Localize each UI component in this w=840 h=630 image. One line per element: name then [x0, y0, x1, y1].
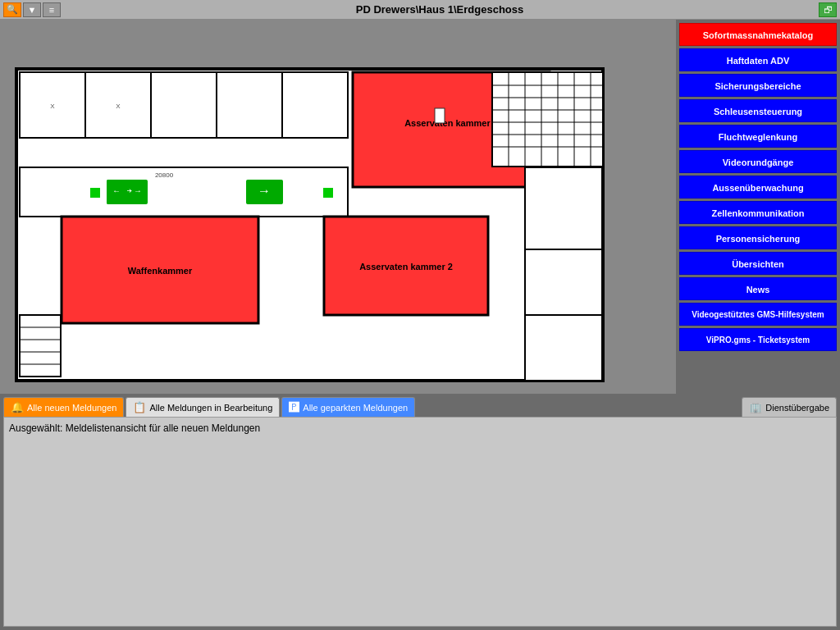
content-panel: Ausgewählt: Meldelistenansicht für alle … [3, 417, 837, 627]
fluchtweglenkung-button[interactable]: Fluchtweglenkung [679, 125, 837, 148]
tab-alle-neuen-meldungen[interactable]: 🔔 Alle neuen Meldungen [3, 397, 124, 417]
tabs-bar: 🔔 Alle neuen Meldungen 📋 Alle Meldungen … [0, 394, 840, 417]
floorplan-svg: Asservaten kammer 1 → ← → → Waffenkammer… [0, 20, 615, 394]
svg-rect-25 [525, 249, 602, 315]
tab-label-dienstuebergabe: Dienstübergabe [765, 403, 829, 413]
svg-rect-9 [435, 108, 445, 123]
svg-text:→: → [134, 186, 142, 195]
personensicherung-button[interactable]: Personensicherung [679, 226, 837, 249]
svg-text:X: X [116, 103, 121, 110]
svg-text:20800: 20800 [155, 171, 174, 179]
svg-rect-26 [525, 315, 602, 381]
svg-text:Asservaten kammer 1: Asservaten kammer 1 [404, 118, 498, 128]
svg-rect-4 [151, 72, 217, 138]
tab-label-alle-neuen: Alle neuen Meldungen [27, 403, 116, 413]
schleusensteuerung-button[interactable]: Schleusensteuerung [679, 99, 837, 122]
tab-label-geparkt: Alle geparkten Meldungen [303, 403, 408, 413]
main-content: Asservaten kammer 1 → ← → → Waffenkammer… [0, 20, 840, 394]
svg-rect-6 [282, 72, 348, 138]
svg-rect-45 [20, 315, 61, 377]
svg-rect-19 [323, 188, 333, 198]
floorplan-area[interactable]: Asservaten kammer 1 → ← → → Waffenkammer… [0, 20, 676, 394]
svg-text:Asservaten kammer 2: Asservaten kammer 2 [359, 262, 453, 272]
tab-dienstuebergabe[interactable]: 🏢 Dienstübergabe [742, 397, 837, 417]
tab-icon-p: 🅿 [289, 401, 299, 413]
menu-button[interactable]: ≡ [43, 2, 61, 17]
vipro-gms-button[interactable]: ViPRO.gms - Ticketsystem [679, 328, 837, 351]
aussenueberwachung-button[interactable]: Aussenüberwachung [679, 176, 837, 199]
svg-rect-18 [90, 188, 100, 198]
tab-geparkten-meldungen[interactable]: 🅿 Alle geparkten Meldungen [281, 397, 415, 417]
svg-rect-10 [20, 167, 348, 217]
tab-icon-orange: 🔔 [11, 401, 24, 413]
svg-text:X: X [50, 103, 55, 110]
svg-text:←: ← [112, 186, 121, 195]
title-bar: 🔍 ▼ ≡ PD Drewers\Haus 1\Erdgeschoss 🗗 [0, 0, 840, 20]
filter-button[interactable]: ▼ [23, 2, 41, 17]
tab-meldungen-bearbeitung[interactable]: 📋 Alle Meldungen in Bearbeitung [126, 397, 280, 417]
videorundgaenge-button[interactable]: Videorundgänge [679, 150, 837, 173]
svg-rect-5 [217, 72, 282, 138]
svg-rect-24 [525, 167, 602, 249]
news-button[interactable]: News [679, 277, 837, 300]
svg-text:→: → [258, 184, 271, 198]
tab-icon-doc: 📋 [133, 401, 146, 413]
tab-label-bearbeitung: Alle Meldungen in Bearbeitung [149, 403, 272, 413]
uebersichten-button[interactable]: Übersichten [679, 252, 837, 275]
zellenkommunikation-button[interactable]: Zellenkommunikation [679, 201, 837, 224]
svg-text:Waffenkammer: Waffenkammer [128, 266, 193, 276]
right-panel: Sofortmassnahmekatalog Haftdaten ADV Sic… [676, 20, 840, 394]
bottom-area: 🔔 Alle neuen Meldungen 📋 Alle Meldungen … [0, 394, 840, 630]
content-description: Ausgewählt: Meldelistenansicht für alle … [9, 422, 831, 434]
window-title: PD Drewers\Haus 1\Erdgeschoss [61, 3, 819, 16]
minimize-button[interactable]: 🗗 [819, 2, 837, 17]
sicherungsbereiche-button[interactable]: Sicherungsbereiche [679, 74, 837, 97]
haftdaten-adv-button[interactable]: Haftdaten ADV [679, 48, 837, 71]
search-button[interactable]: 🔍 [3, 2, 21, 17]
tab-icon-service: 🏢 [749, 401, 762, 413]
videogestuetztes-gms-button[interactable]: Videogestütztes GMS-Hilfesystem [679, 303, 837, 326]
sofortmassnahmekatalog-button[interactable]: Sofortmassnahmekatalog [679, 23, 837, 46]
